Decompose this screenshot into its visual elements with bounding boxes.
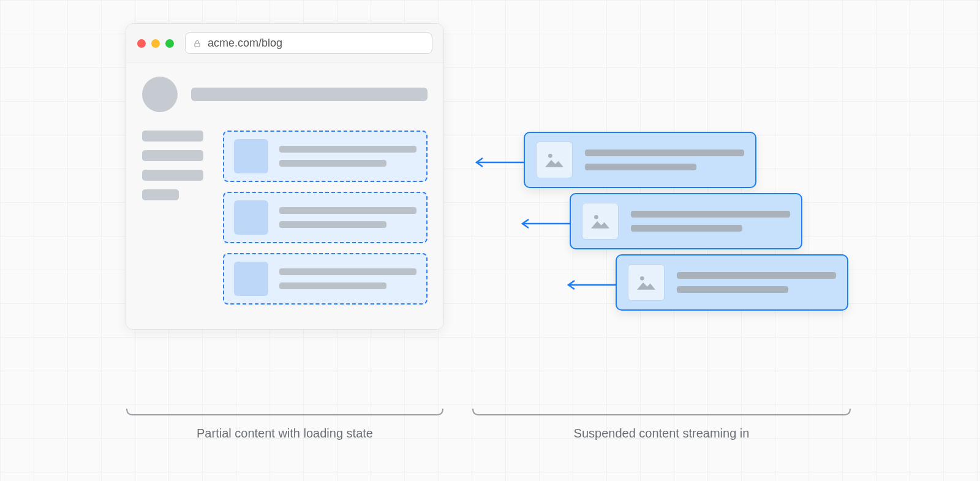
thumb-skeleton-icon [234, 139, 268, 173]
line-skeleton [279, 282, 386, 289]
svg-point-3 [640, 276, 644, 281]
thumb-skeleton-icon [234, 200, 268, 235]
url-text: acme.com/blog [208, 37, 282, 50]
page-skeleton [126, 63, 443, 330]
image-icon [628, 264, 665, 301]
streaming-card [616, 254, 848, 311]
traffic-light-minimize-icon [151, 39, 160, 48]
streaming-card [524, 132, 756, 188]
arrow-left-icon [518, 218, 573, 230]
loading-placeholder-card [223, 253, 428, 305]
title-skeleton [191, 88, 428, 101]
sidebar-bar [142, 189, 179, 200]
skeleton-content [142, 131, 428, 305]
bracket-icon [126, 407, 444, 420]
streaming-cards-stage [524, 132, 903, 328]
line-skeleton [631, 211, 790, 218]
caption-left: Partial content with loading state [126, 426, 444, 441]
line-skeleton [677, 286, 788, 293]
line-skeleton [279, 207, 417, 214]
line-skeleton [279, 146, 417, 153]
svg-point-1 [548, 154, 552, 158]
line-skeleton [279, 268, 417, 275]
svg-rect-0 [195, 43, 200, 47]
thumb-skeleton-icon [234, 262, 268, 296]
loading-placeholder-card [223, 131, 428, 182]
image-icon [582, 203, 619, 240]
lock-icon [193, 39, 202, 48]
url-bar: acme.com/blog [185, 32, 432, 54]
sidebar-bar [142, 150, 203, 161]
card-placeholders [223, 131, 428, 305]
line-skeleton [585, 150, 744, 156]
traffic-light-close-icon [137, 39, 146, 48]
arrow-left-icon [472, 156, 527, 169]
line-skeleton [631, 225, 742, 232]
image-icon [536, 142, 573, 178]
svg-point-2 [594, 215, 598, 219]
loading-placeholder-card [223, 192, 428, 243]
arrow-left-icon [564, 279, 619, 291]
sidebar-skeleton [142, 131, 203, 305]
caption-right: Suspended content streaming in [472, 426, 851, 441]
traffic-lights [137, 39, 174, 48]
bracket-icon [472, 407, 851, 420]
traffic-light-zoom-icon [165, 39, 174, 48]
sidebar-bar [142, 131, 203, 142]
line-skeleton [585, 164, 696, 170]
line-skeleton [279, 160, 386, 167]
skeleton-header [142, 77, 428, 112]
avatar-skeleton-icon [142, 77, 178, 112]
line-skeleton [677, 272, 836, 279]
browser-chrome: acme.com/blog [126, 24, 443, 63]
sidebar-bar [142, 170, 203, 181]
browser-mock: acme.com/blog [126, 23, 444, 330]
streaming-card [570, 193, 802, 249]
line-skeleton [279, 221, 386, 228]
